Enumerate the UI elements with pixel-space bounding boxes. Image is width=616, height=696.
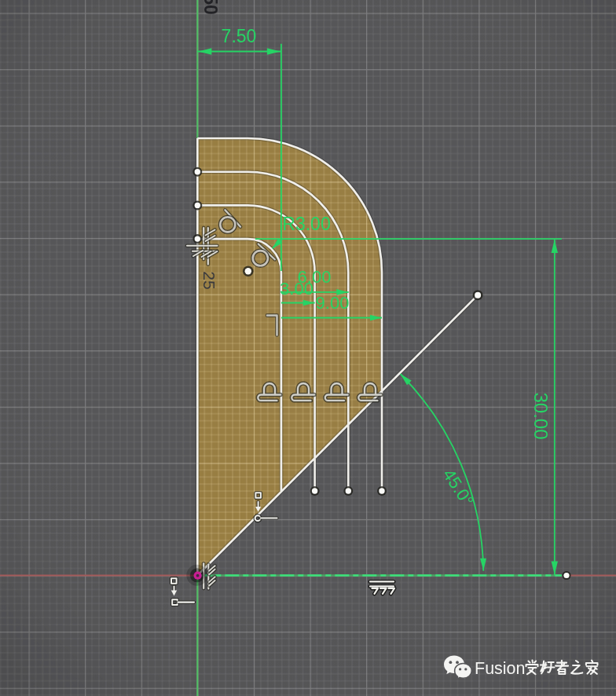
svg-text:30.00: 30.00 bbox=[530, 392, 552, 439]
svg-text:9.00: 9.00 bbox=[316, 293, 350, 313]
svg-text:7.50: 7.50 bbox=[222, 26, 257, 46]
svg-text:25: 25 bbox=[200, 271, 218, 289]
svg-text:3.00: 3.00 bbox=[280, 279, 314, 299]
svg-text:R3.00: R3.00 bbox=[282, 214, 330, 234]
svg-text:50: 50 bbox=[200, 0, 221, 15]
svg-text:Fusion: Fusion bbox=[475, 659, 526, 678]
